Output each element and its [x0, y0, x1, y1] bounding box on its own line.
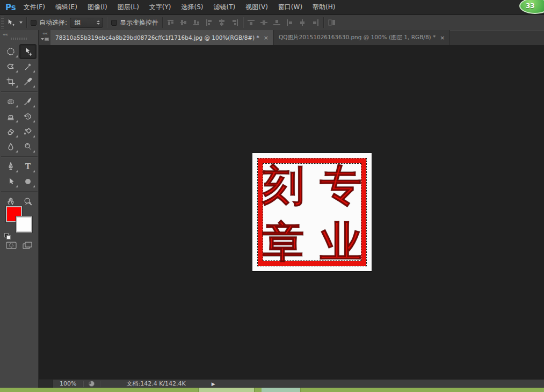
align-bottom-edges-icon[interactable] — [192, 19, 200, 26]
tool-spot-healing-brush[interactable] — [2, 94, 19, 109]
tool-preset-caret-icon — [19, 21, 23, 24]
menu-filter[interactable]: 滤镜(T) — [214, 3, 236, 12]
panel-menu-icon[interactable] — [41, 38, 49, 41]
brush-icon — [23, 97, 33, 106]
distribute-top-edges-icon[interactable] — [247, 19, 255, 26]
collapse-dock-icon[interactable]: «« — [42, 31, 47, 36]
quick-mask-mode-icon[interactable] — [5, 241, 17, 250]
stamp-char-zhuan: 专 — [320, 164, 362, 206]
tool-polygonal-lasso[interactable] — [2, 59, 19, 74]
menu-type[interactable]: 文字(Y) — [149, 3, 171, 12]
menu-select[interactable]: 选择(S) — [182, 3, 204, 12]
tool-dodge[interactable] — [19, 139, 37, 154]
screen-mode-icon[interactable] — [21, 241, 33, 250]
tools-panel: «« — [0, 30, 39, 388]
options-separator — [162, 17, 163, 28]
history-brush-icon — [23, 112, 33, 121]
document-tab-1[interactable]: 78310a55b319ebc4a8b29bd08726cffc1f1716b4… — [50, 30, 274, 45]
align-horizontal-centers-icon[interactable] — [218, 19, 226, 26]
tool-ellipse-shape[interactable] — [19, 174, 37, 189]
menu-items: 文件(F) 编辑(E) 图像(I) 图层(L) 文字(Y) 选择(S) 滤镜(T… — [24, 3, 336, 12]
tool-crop[interactable] — [2, 74, 19, 89]
move-tool-icon — [23, 47, 33, 56]
eyedropper-icon — [23, 77, 33, 86]
distribute-vertical-centers-icon[interactable] — [260, 19, 268, 26]
clone-stamp-icon — [6, 112, 16, 121]
stamp-char-zhang: 章 — [263, 221, 304, 263]
tool-eraser[interactable] — [2, 124, 19, 139]
show-transform-controls-checkbox[interactable] — [111, 20, 117, 26]
tool-type[interactable]: T — [19, 159, 37, 174]
auto-select-target-dropdown[interactable]: 组 — [70, 18, 103, 28]
show-transform-controls-label: 显示变换控件 — [120, 18, 158, 27]
menu-window[interactable]: 窗口(W) — [278, 3, 302, 12]
adobe-drive-icon[interactable] — [89, 381, 95, 387]
tool-eyedropper[interactable] — [19, 74, 37, 89]
current-tool-indicator[interactable] — [6, 18, 23, 27]
options-separator — [323, 17, 324, 28]
collapse-panel-icon[interactable]: «« — [3, 32, 8, 37]
auto-select-label: 自动选择: — [39, 18, 67, 27]
recorder-badge-count: 33 — [526, 2, 535, 10]
eraser-icon — [6, 127, 16, 136]
tool-elliptical-marquee[interactable] — [2, 44, 19, 59]
tool-paint-bucket[interactable] — [19, 124, 37, 139]
menu-layer[interactable]: 图层(L) — [118, 3, 139, 12]
tool-grid: T — [2, 44, 37, 209]
tool-clone-stamp[interactable] — [2, 109, 19, 124]
align-top-edges-icon[interactable] — [166, 19, 175, 26]
document-size-info: 文档:142.4 K/142.4K — [100, 380, 206, 388]
tool-move[interactable] — [19, 44, 37, 59]
photoshop-window: Ps 文件(F) 编辑(E) 图像(I) 图层(L) 文字(Y) 选择(S) 滤… — [0, 0, 544, 392]
tool-history-brush[interactable] — [19, 109, 37, 124]
photoshop-logo: Ps — [5, 3, 16, 12]
menu-image[interactable]: 图像(I) — [88, 3, 107, 12]
default-colors-icon[interactable] — [4, 233, 12, 241]
tool-brush[interactable] — [19, 94, 37, 109]
menu-file[interactable]: 文件(F) — [24, 3, 45, 12]
distribute-horizontal-centers-icon[interactable] — [299, 19, 307, 26]
distribute-bottom-edges-icon[interactable] — [273, 19, 281, 26]
status-options-arrow-icon[interactable]: ▶ — [212, 381, 215, 387]
elliptical-marquee-icon — [6, 47, 16, 56]
taskbar-segment — [198, 388, 255, 392]
stamp-char-ye: 业 — [320, 221, 362, 263]
document-tab-2[interactable]: QQ图片20151026163630.png @ 100% (图层 1, RGB… — [274, 30, 450, 45]
polygonal-lasso-icon — [6, 62, 16, 71]
dropdown-arrows-icon — [97, 20, 100, 25]
spot-healing-brush-icon — [6, 97, 16, 106]
menu-view[interactable]: 视图(V) — [245, 3, 268, 12]
options-separator — [107, 17, 107, 28]
zoom-level-field[interactable]: 100% — [53, 380, 83, 387]
swap-colors-icon[interactable] — [25, 201, 33, 207]
align-vertical-centers-icon[interactable] — [179, 19, 187, 26]
svg-text:T: T — [25, 162, 31, 171]
options-bar-grabber[interactable] — [1, 17, 4, 28]
distribute-right-edges-icon[interactable] — [311, 19, 320, 26]
dodge-icon — [23, 142, 33, 151]
background-color-swatch[interactable] — [16, 216, 32, 233]
options-separator — [243, 17, 243, 28]
align-left-edges-icon[interactable] — [205, 19, 213, 26]
document-tab-1-close-icon[interactable]: × — [264, 34, 269, 41]
stamp-char-ke: 刻 — [263, 164, 304, 206]
align-right-edges-icon[interactable] — [231, 19, 239, 26]
canvas-area[interactable]: 刻 专 章 业 — [39, 45, 544, 379]
document-tab-2-close-icon[interactable]: × — [440, 34, 445, 41]
tool-pen[interactable] — [2, 159, 19, 174]
panel-grabber[interactable] — [11, 38, 28, 40]
tool-blur[interactable] — [2, 139, 19, 154]
stamp-document-image: 刻 专 章 业 — [252, 153, 372, 271]
distribute-left-edges-icon[interactable] — [286, 19, 294, 26]
taskbar-strip — [0, 388, 544, 392]
tool-magic-wand[interactable] — [19, 59, 37, 74]
move-tool-icon — [6, 18, 15, 27]
tool-path-selection[interactable] — [2, 174, 19, 189]
auto-select-checkbox[interactable] — [31, 20, 37, 26]
path-selection-icon — [6, 177, 16, 186]
menu-edit[interactable]: 编辑(E) — [55, 3, 77, 12]
crop-icon — [6, 77, 16, 86]
status-bar-notch — [39, 380, 53, 388]
menu-help[interactable]: 帮助(H) — [313, 3, 335, 12]
auto-align-layers-icon[interactable] — [328, 19, 336, 26]
